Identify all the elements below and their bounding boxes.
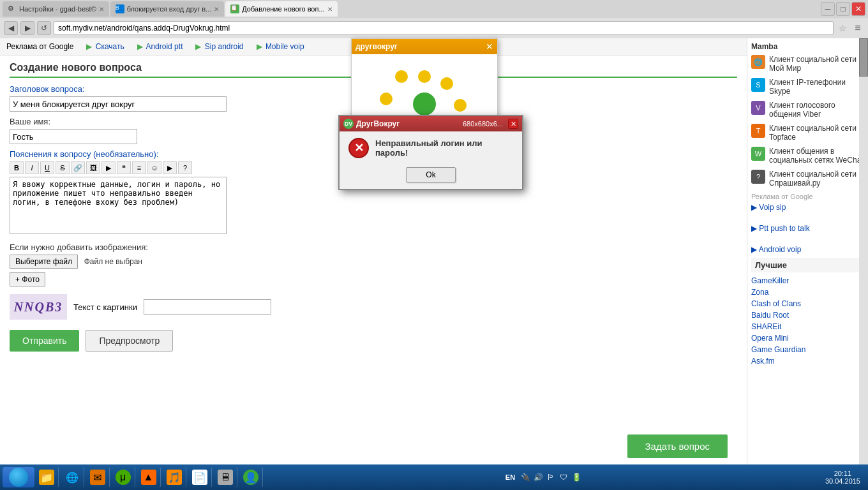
sidebar-ptt-link[interactable]: ▶ Ptt push to talk: [751, 224, 864, 233]
wechat-text: Клиент общения в социальных сетях WeChat: [769, 147, 864, 165]
notes-icon: 📄: [192, 470, 207, 485]
sidebar-item-wechat[interactable]: W Клиент общения в социальных сетях WeCh…: [751, 147, 864, 165]
bookmark-icon[interactable]: ☆: [836, 22, 849, 34]
sidebar-item-topface[interactable]: T Клиент социальной сети Topface: [751, 124, 864, 142]
ok-btn-row: Ok: [348, 167, 513, 182]
taskbar-drugvokrug[interactable]: 👤: [240, 467, 263, 487]
ads-link-2[interactable]: ▶ Android ptt: [137, 42, 183, 51]
quote-btn[interactable]: ❝: [117, 161, 131, 174]
nav-bar: ◀ ▶ ↺ soft.mydiv.net/android/qans.addq-D…: [0, 18, 868, 38]
taskbar-chrome[interactable]: 🌐: [61, 467, 84, 487]
login-close-btn[interactable]: ✕: [508, 119, 518, 129]
sidebar-item-skype[interactable]: S Клиент IP-телефонии Skype: [751, 78, 864, 96]
strikethrough-btn[interactable]: S: [56, 161, 70, 174]
help-btn[interactable]: ?: [178, 161, 192, 174]
taskbar-utorrent[interactable]: μ: [112, 467, 135, 487]
browser-menu-icon[interactable]: ≡: [851, 22, 864, 34]
svg-point-0: [418, 70, 431, 83]
emoji-btn[interactable]: ☺: [147, 161, 161, 174]
back-btn[interactable]: ◀: [4, 21, 18, 35]
best-item-gamekiller[interactable]: GameKiller: [751, 276, 864, 285]
taskbar-app8[interactable]: 🖥: [214, 467, 237, 487]
sidebar-item-viber[interactable]: V Клиент голосового общения Viber: [751, 101, 864, 119]
captcha-input[interactable]: [144, 299, 271, 315]
tab-3[interactable]: 📋 Добавление нового воп... ✕: [225, 1, 337, 17]
tab2-favicon: B: [116, 4, 124, 13]
list-btn[interactable]: ≡: [132, 161, 146, 174]
sidebar-item-moimir[interactable]: 🌐 Клиент социальной сети Мой Мир: [751, 55, 864, 73]
file-btn[interactable]: Выберите файл: [10, 255, 78, 269]
right-sidebar: Mamba 🌐 Клиент социальной сети Мой Мир S…: [747, 38, 868, 464]
taskbar-notes[interactable]: 📄: [189, 467, 212, 487]
taskbar-mail[interactable]: ✉: [87, 467, 110, 487]
refresh-btn[interactable]: ↺: [37, 21, 51, 35]
photo-btn[interactable]: + Фото: [10, 272, 45, 286]
tab-2[interactable]: B блокируется вход друг в... ✕: [110, 1, 225, 17]
tab1-close[interactable]: ✕: [99, 6, 104, 13]
moimir-icon: 🌐: [751, 55, 765, 69]
address-bar[interactable]: soft.mydiv.net/android/qans.addq-DrugVok…: [54, 21, 834, 35]
scrollbar[interactable]: [859, 38, 868, 464]
taskbar-tray: EN 🔌 🔊 🏳 🛡 🔋: [500, 472, 584, 482]
svg-point-1: [440, 77, 453, 90]
maximize-btn[interactable]: □: [836, 2, 850, 16]
minimize-btn[interactable]: ─: [821, 2, 835, 16]
best-item-operamini[interactable]: Opera Mini: [751, 334, 864, 343]
error-icon: ✕: [348, 138, 369, 158]
best-item-askfm[interactable]: Ask.fm: [751, 357, 864, 366]
desc-textarea[interactable]: Я ввожу корректные данные, логин и парол…: [10, 177, 227, 234]
scrollbar-thumb[interactable]: [859, 38, 868, 77]
close-browser-btn[interactable]: ✕: [851, 2, 865, 16]
best-item-shareit[interactable]: SHAREit: [751, 322, 864, 331]
login-titlebar: DV ДругВокруг 680x680x6... ✕: [340, 116, 522, 131]
ok-btn[interactable]: Ok: [406, 167, 455, 182]
video-btn[interactable]: ▶: [163, 161, 177, 174]
login-dialog: DV ДругВокруг 680x680x6... ✕ ✕ Неправиль…: [338, 115, 523, 190]
google-ads-label: Реклама от Google: [6, 42, 73, 51]
underline-btn[interactable]: U: [40, 161, 54, 174]
question-input[interactable]: [10, 96, 227, 112]
viber-icon: V: [751, 101, 765, 115]
zadать-вопрос-btn[interactable]: Задать вопрос: [627, 434, 728, 458]
clock-date: 30.04.2015: [825, 477, 860, 485]
ads-link-1[interactable]: ▶ Скачать: [86, 42, 124, 51]
error-row: ✕ Неправильный логин или пароль!: [348, 138, 513, 158]
sidebar-item-sprashivay[interactable]: ? Клиент социальной сети Спрашивай.ру: [751, 170, 864, 188]
link-btn[interactable]: 🔗: [71, 161, 85, 174]
drugvokrug-title: другвокруг: [355, 42, 398, 51]
forward-btn[interactable]: ▶: [20, 21, 34, 35]
sidebar-ad-label: Реклама от Google: [751, 193, 864, 200]
sprashivay-text: Клиент социальной сети Спрашивай.ру: [769, 170, 864, 188]
image-btn[interactable]: 🖼: [86, 161, 100, 174]
submit-btn[interactable]: Отправить: [10, 330, 79, 352]
taskbar-flstudio[interactable]: 🎵: [163, 467, 186, 487]
sidebar-ad-links: ▶ Voip sip ▶ Ptt push to talk ▶ Android …: [751, 203, 864, 254]
best-item-clashofclans[interactable]: Clash of Clans: [751, 299, 864, 308]
sidebar-android-voip-link[interactable]: ▶ Android voip: [751, 245, 864, 254]
start-btn[interactable]: [3, 467, 34, 487]
name-input[interactable]: [10, 129, 137, 144]
ads-link-3[interactable]: ▶ Sip android: [195, 42, 243, 51]
svg-point-2: [454, 99, 467, 112]
ads-link-4[interactable]: ▶ Mobile voip: [257, 42, 304, 51]
sidebar-voip-link[interactable]: ▶ Voip sip: [751, 203, 864, 212]
topface-text: Клиент социальной сети Topface: [769, 124, 864, 142]
taskbar-explorer[interactable]: 📁: [36, 467, 59, 487]
captcha-row: NNQB3 Текст с картинки: [10, 294, 737, 320]
best-item-gameguardian[interactable]: Game Guardian: [751, 345, 864, 354]
tab-1[interactable]: ⚙ Настройки - ggad-best© ✕: [3, 1, 109, 17]
taskbar-clock[interactable]: 20:11 30.04.2015: [820, 470, 865, 485]
bold-btn[interactable]: B: [10, 161, 24, 174]
url-text: soft.mydiv.net/android/qans.addq-DrugVok…: [58, 24, 230, 33]
flstudio-icon: 🎵: [167, 470, 182, 485]
best-item-baiduroot[interactable]: Baidu Root: [751, 311, 864, 320]
best-item-zona[interactable]: Zona: [751, 288, 864, 297]
italic-btn[interactable]: I: [25, 161, 39, 174]
language-indicator: EN: [503, 473, 518, 481]
tab3-close[interactable]: ✕: [327, 6, 333, 13]
drugvokrug-close-btn[interactable]: ✕: [486, 41, 493, 52]
taskbar-app5[interactable]: ▲: [138, 467, 161, 487]
tab2-close[interactable]: ✕: [214, 6, 219, 13]
preview-btn[interactable]: Предпросмотр: [86, 330, 173, 352]
media-btn[interactable]: ▶: [101, 161, 116, 174]
